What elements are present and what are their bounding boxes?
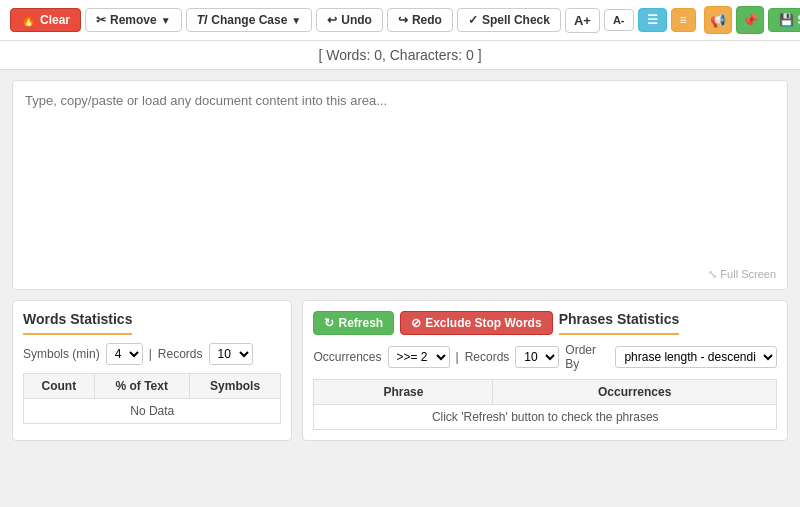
words-statistics-panel: Words Statistics Symbols (min) 4 5 6 | R… [12,300,292,441]
pin-icon: 📌 [742,13,758,28]
phrases-panel-controls: ↻ Refresh ⊘ Exclude Stop Words Phrases S… [313,311,777,335]
exclude-icon: ⊘ [411,316,421,330]
clear-button[interactable]: 🔥 Clear [10,8,81,32]
editor-area: ⤡ Full Screen [12,80,788,290]
list-icon: ≡ [680,13,687,27]
stats-text: [ Words: 0, Characters: 0 ] [318,47,481,63]
col-count: Count [24,374,95,399]
order-by-select[interactable]: phrase length - descending phrase length… [615,346,777,368]
words-table-header: Count % of Text Symbols [24,374,281,399]
spell-check-button[interactable]: ✓ Spell Check [457,8,561,32]
toolbar-right: 📢 📌 💾 Save As ▼ [704,6,800,34]
redo-button[interactable]: ↪ Redo [387,8,453,32]
symbols-min-label: Symbols (min) [23,347,100,361]
format-button[interactable]: ☰ [638,8,667,32]
phrases-records-label: Records [465,350,510,364]
change-case-icon: Tl [197,13,208,27]
pin-button[interactable]: 📌 [736,6,764,34]
fullscreen-label: Full Screen [720,268,776,280]
list-button[interactable]: ≡ [671,8,696,32]
col-symbols: Symbols [189,374,281,399]
undo-icon: ↩ [327,13,337,27]
records-label: Records [158,347,203,361]
font-increase-label: A+ [574,13,591,28]
scissors-icon: ✂ [96,13,106,27]
col-phrase: Phrase [314,380,493,405]
separator: | [149,347,152,361]
separator2: | [456,350,459,364]
exclude-label: Exclude Stop Words [425,316,541,330]
font-decrease-button[interactable]: A- [604,9,634,31]
fire-icon: 🔥 [21,13,36,27]
clear-label: Clear [40,13,70,27]
remove-dropdown-arrow: ▼ [161,15,171,26]
phrases-no-data-row: Click 'Refresh' button to check the phra… [314,405,777,430]
editor-textarea[interactable] [13,81,787,289]
col-pct: % of Text [94,374,189,399]
records-select[interactable]: 10 20 50 [209,343,253,365]
change-case-dropdown-arrow: ▼ [291,15,301,26]
refresh-button[interactable]: ↻ Refresh [313,311,394,335]
phrases-click-msg: Click 'Refresh' button to check the phra… [314,405,777,430]
spell-check-label: Spell Check [482,13,550,27]
words-statistics-title-text: Words Statistics [23,311,132,335]
stats-bar: [ Words: 0, Characters: 0 ] [0,41,800,70]
remove-button[interactable]: ✂ Remove ▼ [85,8,182,32]
megaphone-button[interactable]: 📢 [704,6,732,34]
words-no-data: No Data [24,399,281,424]
bottom-panels: Words Statistics Symbols (min) 4 5 6 | R… [12,300,788,441]
remove-label: Remove [110,13,157,27]
phrases-statistics-title: Phrases Statistics [559,311,680,335]
refresh-label: Refresh [338,316,383,330]
words-no-data-row: No Data [24,399,281,424]
change-case-label: Change Case [211,13,287,27]
col-occurrences: Occurrences [493,380,777,405]
words-panel-controls: Symbols (min) 4 5 6 | Records 10 20 50 [23,343,281,365]
refresh-icon: ↻ [324,316,334,330]
spell-check-icon: ✓ [468,13,478,27]
change-case-button[interactable]: Tl Change Case ▼ [186,8,313,32]
fullscreen-button[interactable]: ⤡ Full Screen [703,266,781,283]
symbols-min-select[interactable]: 4 5 6 [106,343,143,365]
undo-label: Undo [341,13,372,27]
order-by-label: Order By [565,343,609,371]
phrases-filter-controls: Occurrences >>= 2 >>= 3 >>= 4 | Records … [313,343,777,371]
phrases-table-header: Phrase Occurrences [314,380,777,405]
save-icon: 💾 [779,13,794,27]
words-table: Count % of Text Symbols No Data [23,373,281,424]
save-as-button[interactable]: 💾 Save As ▼ [768,8,800,32]
font-decrease-label: A- [613,14,625,26]
occurrences-select[interactable]: >>= 2 >>= 3 >>= 4 [388,346,450,368]
occurrences-label: Occurrences [313,350,381,364]
phrases-statistics-panel: ↻ Refresh ⊘ Exclude Stop Words Phrases S… [302,300,788,441]
phrases-table: Phrase Occurrences Click 'Refresh' butto… [313,379,777,430]
exclude-stop-words-button[interactable]: ⊘ Exclude Stop Words [400,311,552,335]
redo-label: Redo [412,13,442,27]
align-icon: ☰ [647,13,658,27]
font-increase-button[interactable]: A+ [565,8,600,33]
phrases-records-select[interactable]: 10 20 50 [515,346,559,368]
megaphone-icon: 📢 [710,13,726,28]
fullscreen-icon: ⤡ [708,268,717,280]
undo-button[interactable]: ↩ Undo [316,8,383,32]
toolbar: 🔥 Clear ✂ Remove ▼ Tl Change Case ▼ ↩ Un… [0,0,800,41]
redo-icon: ↪ [398,13,408,27]
words-statistics-title: Words Statistics [23,311,281,343]
